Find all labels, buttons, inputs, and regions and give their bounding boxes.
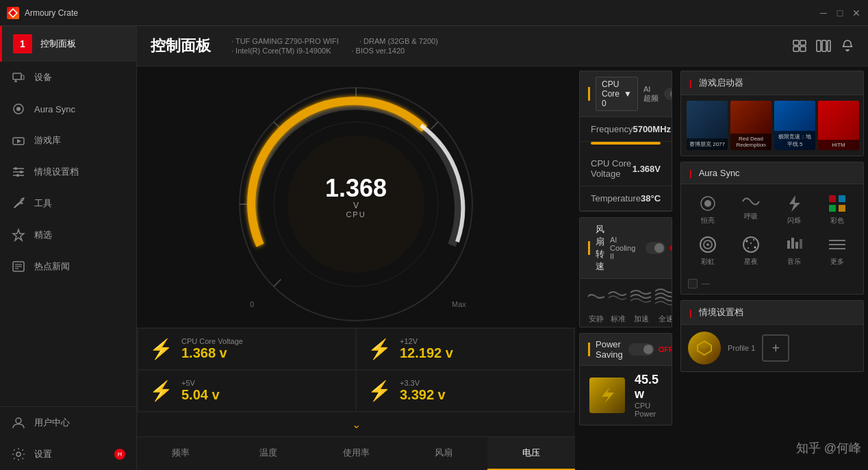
cpu-monitor-card: CPU Core 0 ▼ AI 超频 OFF Frequency (579, 71, 672, 212)
header-icon-btn-1[interactable] (793, 40, 806, 52)
fan-header: 风扇转速 AI Cooling II OFF (580, 218, 672, 279)
add-profile-button[interactable]: + (762, 334, 789, 362)
sidebar-item-aura[interactable]: Aura Sync (0, 93, 136, 125)
aura-color-label: 彩色 (830, 216, 844, 225)
tab-voltage[interactable]: 电压 (487, 437, 575, 470)
dashboard-number: 1 (13, 34, 32, 53)
fan-mode-turbo[interactable]: 加速 (629, 287, 654, 324)
svg-rect-61 (829, 240, 845, 241)
sidebar-item-settings[interactable]: 设置 H (0, 438, 136, 470)
sidebar-item-news[interactable]: 热点新闻 (0, 251, 136, 282)
power-info: 45.5 w CPU Power (635, 373, 662, 418)
sidebar-label-tools: 工具 (34, 197, 52, 210)
temperature-label: Temperature (591, 193, 641, 203)
main-container: 1 控制面板 设备 Aura Sync 游戏库 情境设置档 (0, 26, 868, 470)
fan-mode-full[interactable]: 全速 (654, 287, 672, 324)
aura-mode-music[interactable]: 音乐 (773, 231, 815, 271)
aura-grid: 恒亮 呼吸 闪烁 彩色 (681, 184, 863, 276)
cpu-core-dropdown[interactable]: CPU Core 0 ▼ (596, 77, 638, 111)
power-accent-bar (588, 343, 590, 356)
fan-mode-quiet[interactable]: 安静 (585, 287, 607, 324)
aura-color-dot[interactable] (688, 279, 698, 288)
voltage-grid: ⚡ CPU Core Voltage 1.368 v ⚡ +12V 12.192… (137, 327, 575, 412)
aura-mode-flash[interactable]: 闪烁 (773, 190, 815, 230)
tab-temperature[interactable]: 温度 (225, 437, 312, 470)
sidebar-item-profiles[interactable]: 情境设置档 (0, 156, 136, 188)
svg-point-52 (745, 240, 748, 243)
aura-mode-color[interactable]: 彩色 (816, 190, 858, 230)
maximize-button[interactable]: □ (835, 8, 845, 18)
page-title: 控制面板 (151, 36, 211, 56)
aura-icon (11, 101, 26, 116)
close-button[interactable]: ✕ (852, 8, 861, 18)
aura-mode-starry[interactable]: 星夜 (730, 231, 771, 271)
tab-fan[interactable]: 风扇 (400, 437, 487, 470)
frequency-value: 5700MHz (633, 124, 671, 134)
color-icon (828, 194, 847, 213)
aura-music-label: 音乐 (787, 257, 801, 267)
power-header: Power Saving OFF (580, 334, 672, 366)
svg-point-51 (743, 237, 758, 252)
svg-rect-58 (791, 238, 794, 249)
ai-toggle-switch[interactable] (664, 88, 672, 100)
gauge-container: 0 Max 1.368 V CPU (137, 66, 575, 327)
power-toggle-switch[interactable] (628, 343, 654, 356)
game-label-1: 赛博朋克 2077 (687, 138, 728, 150)
profile-header: | 情境设置档 (681, 301, 863, 325)
sidebar-label-library: 游戏库 (34, 134, 61, 147)
svg-point-54 (754, 247, 756, 249)
sidebar-label-news: 热点新闻 (34, 260, 70, 273)
aura-mode-static[interactable]: 恒亮 (687, 190, 728, 230)
starry-icon (741, 235, 761, 254)
power-toggle-knob (643, 345, 653, 354)
aura-mode-more[interactable]: 更多 (816, 231, 858, 271)
fan-toggle-group: AI Cooling II OFF (610, 236, 672, 260)
svg-rect-25 (800, 40, 806, 45)
fan-modes-row: 安静 标准 加速 (580, 279, 672, 327)
system-info-mobo: · TUF GAMING Z790-PRO WIFI (231, 37, 339, 45)
svg-rect-2 (13, 73, 21, 79)
svg-point-50 (706, 243, 709, 246)
svg-rect-47 (839, 205, 845, 212)
aura-mode-breathe[interactable]: 呼吸 (730, 190, 771, 230)
game-thumb-4[interactable]: HITM (818, 101, 859, 150)
middle-panel: CPU Core 0 ▼ AI 超频 OFF Frequency (575, 66, 676, 470)
svg-rect-29 (822, 40, 826, 51)
window-controls: ─ □ ✕ (819, 8, 861, 18)
sidebar-item-library[interactable]: 游戏库 (0, 125, 136, 156)
ai-toggle-group: AI 超频 OFF (643, 85, 672, 103)
fan-title: 风扇转速 (596, 223, 604, 273)
header-icon-btn-2[interactable] (816, 40, 831, 52)
sidebar-item-tools[interactable]: 工具 (0, 188, 136, 219)
game-launcher: | 游戏启动器 赛博朋克 2077 Red Dead Redemption 极限… (680, 71, 864, 156)
sidebar-item-picks[interactable]: 精选 (0, 219, 136, 251)
header-icon-btn-3[interactable] (841, 39, 854, 53)
header-info-row2: · Intel(R) Core(TM) i9-14900K · BIOS ver… (231, 47, 438, 55)
tools-icon (11, 196, 26, 211)
user-icon (11, 415, 26, 430)
aura-accent: | (689, 168, 692, 178)
sidebar-item-user[interactable]: 用户中心 (0, 407, 136, 438)
aura-mode-rainbow[interactable]: 彩虹 (687, 231, 728, 271)
game-thumb-3[interactable]: 极限竞速：地平线 5 (774, 101, 815, 150)
tab-frequency[interactable]: 频率 (137, 437, 225, 470)
game-thumb-2[interactable]: Red Dead Redemption (730, 101, 771, 150)
fan-card: 风扇转速 AI Cooling II OFF (579, 217, 672, 327)
power-sub-label: CPU Power (635, 401, 662, 418)
fan-turbo-icon (629, 287, 654, 311)
minimize-button[interactable]: ─ (819, 8, 828, 18)
fan-mode-standard[interactable]: 标准 (607, 287, 629, 324)
tab-usage[interactable]: 使用率 (312, 437, 400, 470)
scroll-down-button[interactable]: ⌄ (137, 412, 575, 436)
gauge-label: CPU (325, 210, 387, 219)
sidebar-item-devices[interactable]: 设备 (0, 62, 136, 93)
bottom-tabs: 频率 温度 使用率 风扇 电压 (137, 436, 575, 470)
sidebar-item-dashboard[interactable]: 1 控制面板 (0, 26, 136, 62)
aura-toggle-row: — (681, 276, 863, 294)
profile-label: Profile 1 (728, 344, 755, 352)
svg-point-22 (16, 418, 21, 423)
game-thumb-1[interactable]: 赛博朋克 2077 (687, 101, 728, 150)
fan-toggle-switch[interactable] (646, 242, 665, 254)
voltage-info-12v: +12V 12.192 v (400, 337, 453, 361)
profile-icon (688, 332, 721, 364)
